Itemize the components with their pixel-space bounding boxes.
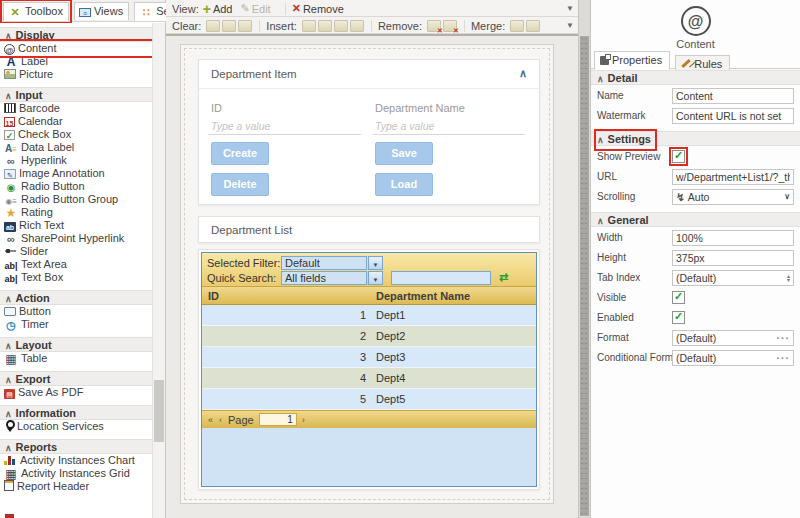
toolbox-item-checkbox[interactable]: Check Box <box>0 128 152 141</box>
url-input[interactable] <box>672 169 794 185</box>
toolbox-item-image-annotation[interactable]: Image Annotation <box>0 167 152 180</box>
grid-header-row[interactable]: ID Department Name <box>202 286 536 305</box>
section-action[interactable]: Action <box>0 290 152 305</box>
toolbox-item-report-header[interactable]: Report Header <box>0 480 152 493</box>
width-input[interactable] <box>672 230 794 246</box>
quick-search-input[interactable] <box>391 271 491 285</box>
tab-toolbox[interactable]: Toolbox <box>3 2 69 21</box>
toolbox-item-slider[interactable]: Slider <box>0 245 152 258</box>
height-input[interactable] <box>672 250 794 266</box>
toolbox-item-table[interactable]: Table <box>0 352 152 365</box>
edit-view-button[interactable]: Edit <box>240 2 270 15</box>
conditional-format-picker[interactable]: (Default) <box>672 350 794 366</box>
toolbar-overflow-icon[interactable] <box>566 21 574 30</box>
remove-row-icon[interactable] <box>443 20 457 32</box>
section-export[interactable]: Export <box>0 371 152 386</box>
insert-column-right-icon[interactable] <box>318 20 332 32</box>
table-row[interactable]: 1Dept1 <box>202 305 536 326</box>
toolbox-item-barcode[interactable]: Barcode <box>0 102 152 115</box>
toolbox-item-radio-button-group[interactable]: Radio Button Group <box>0 193 152 206</box>
list-view-card[interactable]: Selected Filter: Default Quick Search: A… <box>198 249 540 490</box>
clear-styles-icon[interactable] <box>222 20 236 32</box>
toolbox-item-rich-text[interactable]: Rich Text <box>0 219 152 232</box>
toolbox-item-save-as-pdf[interactable]: Save As PDF <box>0 386 152 399</box>
pager-previous-icon[interactable] <box>219 415 222 425</box>
clear-contents-icon[interactable] <box>206 20 220 32</box>
toolbox-item-content[interactable]: Content <box>0 42 152 55</box>
save-button[interactable]: Save <box>375 142 433 165</box>
toolbox-item-calendar[interactable]: Calendar <box>0 115 152 128</box>
section-reports[interactable]: Reports <box>0 439 152 454</box>
collapse-chevron-icon[interactable] <box>519 67 527 80</box>
column-header-id[interactable]: ID <box>202 290 370 302</box>
show-preview-checkbox[interactable] <box>672 150 685 163</box>
view-design-surface[interactable]: Department Item ID Department Name Creat… <box>180 44 554 504</box>
section-input[interactable]: Input <box>0 87 152 102</box>
filter-dropdown[interactable]: Default <box>281 256 367 270</box>
id-input[interactable] <box>209 117 361 135</box>
column-header-department-name[interactable]: Department Name <box>370 290 536 302</box>
toolbox-item-button[interactable]: Button <box>0 305 152 318</box>
watermark-input[interactable] <box>672 108 794 124</box>
search-scope-arrow-icon[interactable] <box>368 271 383 285</box>
add-view-button[interactable]: Add <box>203 1 233 17</box>
visible-checkbox[interactable] <box>672 291 685 304</box>
clear-all-icon[interactable] <box>238 20 252 32</box>
toolbox-item-radio-button[interactable]: Radio Button <box>0 180 152 193</box>
department-item-panel[interactable]: Department Item ID Department Name Creat… <box>198 59 540 205</box>
toolbox-item-rating[interactable]: Rating <box>0 206 152 219</box>
toolbox-item-text-area[interactable]: Text Area <box>0 258 152 271</box>
table-row[interactable]: 2Dept2 <box>202 326 536 347</box>
sidebar-scrollbar[interactable] <box>152 23 165 518</box>
toolbox-item-hyperlink[interactable]: Hyperlink <box>0 154 152 167</box>
section-information[interactable]: Information <box>0 405 152 420</box>
insert-row-below-icon[interactable] <box>350 20 364 32</box>
scrolling-select[interactable]: Auto <box>672 189 794 205</box>
page-number-input[interactable] <box>259 413 297 426</box>
toolbox-item-picture[interactable]: Picture <box>0 68 152 81</box>
ellipsis-icon[interactable] <box>777 352 791 364</box>
delete-button[interactable]: Delete <box>211 173 269 196</box>
canvas-scrollbar[interactable] <box>578 0 590 518</box>
toolbar-overflow-icon[interactable] <box>566 4 574 13</box>
section-general[interactable]: General <box>591 212 800 227</box>
filter-dropdown-arrow-icon[interactable] <box>368 256 383 270</box>
department-list-panel[interactable]: Department List <box>198 216 540 243</box>
enabled-checkbox[interactable] <box>672 311 685 324</box>
tab-properties[interactable]: Properties <box>594 51 670 70</box>
section-layout[interactable]: Layout <box>0 337 152 352</box>
remove-column-icon[interactable] <box>427 20 441 32</box>
scrollbar-thumb[interactable] <box>580 36 589 516</box>
refresh-icon[interactable] <box>499 271 508 284</box>
remove-view-button[interactable]: Remove <box>292 2 344 15</box>
toolbox-item-label[interactable]: Label <box>0 55 152 68</box>
toolbox-item-datalabel[interactable]: Data Label <box>0 141 152 154</box>
table-row[interactable]: 5Dept5 <box>202 389 536 410</box>
name-input[interactable] <box>672 88 794 104</box>
tab-index-stepper[interactable]: (Default) <box>672 270 794 286</box>
toolbox-item-activity-instances-grid[interactable]: Activity Instances Grid <box>0 467 152 480</box>
create-button[interactable]: Create <box>211 142 269 165</box>
load-button[interactable]: Load <box>375 173 433 196</box>
search-scope-dropdown[interactable]: All fields <box>281 271 367 285</box>
toolbox-item-activity-instances-chart[interactable]: Activity Instances Chart <box>0 454 152 467</box>
tab-views[interactable]: Views <box>74 2 129 20</box>
pager-first-icon[interactable] <box>208 415 213 425</box>
merge-right-icon[interactable] <box>510 20 524 32</box>
panel-header[interactable]: Department Item <box>199 60 539 89</box>
section-detail[interactable]: Detail <box>591 70 800 85</box>
table-row[interactable]: 3Dept3 <box>202 347 536 368</box>
ellipsis-icon[interactable] <box>777 332 791 344</box>
department-name-input[interactable] <box>373 117 525 135</box>
toolbox-item-timer[interactable]: Timer <box>0 318 152 331</box>
scrollbar-thumb[interactable] <box>154 380 164 442</box>
toolbox-item-text-box[interactable]: Text Box <box>0 271 152 284</box>
pager-next-icon[interactable] <box>302 415 305 425</box>
section-settings[interactable]: Settings <box>591 131 800 146</box>
insert-row-above-icon[interactable] <box>334 20 348 32</box>
section-display[interactable]: Display <box>0 27 152 42</box>
insert-column-left-icon[interactable] <box>302 20 316 32</box>
spinner-icon[interactable] <box>787 274 790 282</box>
merge-down-icon[interactable] <box>526 20 540 32</box>
format-picker[interactable]: (Default) <box>672 330 794 346</box>
